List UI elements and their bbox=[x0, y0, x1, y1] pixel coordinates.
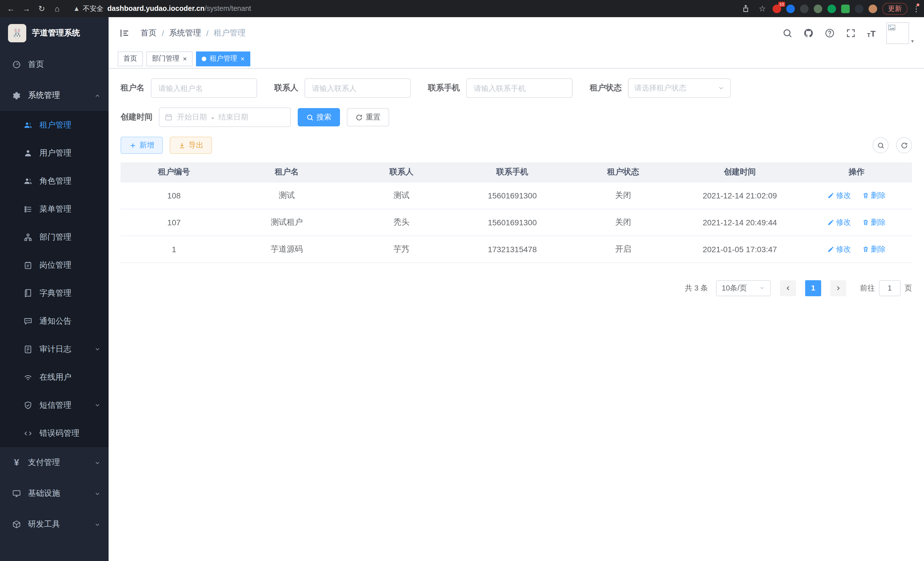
search-icon[interactable] bbox=[782, 28, 793, 38]
sidebar-item-pay[interactable]: ¥ 支付管理 bbox=[0, 447, 109, 478]
gear-icon bbox=[11, 91, 22, 100]
help-icon[interactable] bbox=[825, 28, 835, 38]
goto-page: 前往 页 bbox=[860, 280, 912, 296]
reset-button[interactable]: 重置 bbox=[347, 108, 389, 126]
share-icon[interactable] bbox=[742, 5, 752, 13]
dashboard-icon bbox=[11, 60, 22, 69]
tags-view-bar: 首页 部门管理 × 租户管理 × bbox=[109, 49, 924, 69]
cell-contact: 秃头 bbox=[346, 209, 457, 236]
sidebar-item-auditlog[interactable]: 审计日志 bbox=[0, 335, 109, 363]
browser-menu-icon[interactable]: ⋮ bbox=[913, 4, 918, 13]
extensions-puzzle-icon[interactable] bbox=[855, 4, 863, 13]
tab-dept[interactable]: 部门管理 × bbox=[146, 51, 193, 66]
extension-icon-4[interactable] bbox=[814, 4, 822, 13]
create-time-range-picker[interactable]: 开始日期 - 结束日期 bbox=[159, 108, 291, 127]
add-button[interactable]: 新增 bbox=[121, 137, 163, 154]
badge-icon bbox=[23, 260, 33, 270]
tab-home[interactable]: 首页 bbox=[118, 51, 143, 66]
close-icon[interactable]: × bbox=[241, 55, 244, 62]
edit-button[interactable]: 修改 bbox=[827, 244, 851, 254]
chevron-down-icon bbox=[94, 402, 100, 408]
extension-icon-2[interactable] bbox=[786, 4, 795, 13]
goto-page-input[interactable] bbox=[879, 280, 901, 296]
delete-button[interactable]: 删除 bbox=[862, 244, 886, 254]
sidebar-item-notice[interactable]: 通知公告 bbox=[0, 307, 109, 335]
logo-title: 芋道管理系统 bbox=[32, 28, 80, 38]
status-label: 租户状态 bbox=[590, 83, 622, 93]
refresh-table-icon[interactable] bbox=[896, 137, 912, 153]
sidebar-item-menu[interactable]: 菜单管理 bbox=[0, 195, 109, 223]
tenant-name-label: 租户名 bbox=[121, 83, 145, 93]
sidebar-item-dict[interactable]: 字典管理 bbox=[0, 279, 109, 307]
warning-icon: ▲︎ bbox=[73, 5, 80, 13]
security-warning[interactable]: ▲︎ 不安全 bbox=[73, 4, 104, 14]
edit-icon bbox=[827, 219, 834, 226]
edit-button[interactable]: 修改 bbox=[827, 190, 851, 200]
bookmark-star-icon[interactable]: ☆ bbox=[757, 0, 767, 17]
logo-image: 🐰 bbox=[8, 24, 26, 42]
browser-reload-icon[interactable]: ↻ bbox=[37, 0, 47, 17]
range-separator: - bbox=[212, 113, 214, 122]
extension-icon-6[interactable] bbox=[841, 4, 850, 13]
browser-forward-icon[interactable]: → bbox=[21, 0, 32, 17]
export-button[interactable]: 导出 bbox=[170, 137, 212, 154]
monitor-icon bbox=[11, 489, 22, 498]
logo-row[interactable]: 🐰 芋道管理系统 bbox=[0, 17, 109, 49]
extension-icon-3[interactable] bbox=[800, 4, 808, 13]
page-size-select[interactable]: 10条/页 bbox=[716, 280, 771, 296]
sidebar-item-errorcode[interactable]: 错误码管理 bbox=[0, 419, 109, 447]
prev-page-button[interactable] bbox=[780, 280, 796, 296]
browser-back-icon[interactable]: ← bbox=[6, 0, 16, 17]
app-root: 🐰 芋道管理系统 首页 系统管理 租户管理 bbox=[0, 17, 924, 561]
sidebar-item-system[interactable]: 系统管理 bbox=[0, 80, 109, 111]
user-avatar[interactable]: ▾ bbox=[886, 22, 914, 44]
font-size-icon[interactable]: TT bbox=[867, 28, 876, 38]
phone-input[interactable] bbox=[466, 78, 573, 98]
delete-button[interactable]: 删除 bbox=[862, 190, 886, 200]
update-notification-dot bbox=[916, 3, 920, 6]
sidebar-item-role[interactable]: 角色管理 bbox=[0, 167, 109, 195]
cell-tenant-name: 测试租户 bbox=[227, 209, 346, 236]
browser-update-button[interactable]: 更新 bbox=[882, 3, 908, 15]
tenant-status-select[interactable]: 请选择租户状态 bbox=[628, 78, 731, 98]
edit-button[interactable]: 修改 bbox=[827, 217, 851, 227]
sidebar-item-online[interactable]: 在线用户 bbox=[0, 363, 109, 391]
close-icon[interactable]: × bbox=[183, 55, 187, 62]
main-area: 首页 / 系统管理 / 租户管理 TT ▾ bbox=[109, 17, 924, 561]
breadcrumb-home[interactable]: 首页 bbox=[141, 28, 157, 38]
col-tenant-name: 租户名 bbox=[227, 162, 346, 182]
profile-avatar-icon[interactable] bbox=[868, 4, 877, 13]
browser-home-icon[interactable]: ⌂ bbox=[52, 0, 62, 17]
sidebar-item-infra[interactable]: 基础设施 bbox=[0, 478, 109, 509]
update-label: 更新 bbox=[888, 4, 902, 14]
col-phone: 联系手机 bbox=[457, 162, 568, 182]
next-page-button[interactable] bbox=[830, 280, 846, 296]
log-icon bbox=[23, 344, 33, 354]
table-row: 108 测试 测试 15601691300 关闭 2021-12-14 21:0… bbox=[121, 182, 912, 209]
tab-tenant[interactable]: 租户管理 × bbox=[196, 51, 250, 66]
sidebar-item-user[interactable]: 用户管理 bbox=[0, 139, 109, 167]
sidebar-item-home[interactable]: 首页 bbox=[0, 49, 109, 80]
delete-button[interactable]: 删除 bbox=[862, 217, 886, 227]
sidebar-item-sms[interactable]: 短信管理 bbox=[0, 391, 109, 419]
toggle-search-icon[interactable] bbox=[873, 137, 889, 153]
sidebar-item-post[interactable]: 岗位管理 bbox=[0, 251, 109, 279]
cell-actions: 修改 删除 bbox=[801, 182, 912, 209]
fullscreen-icon[interactable] bbox=[846, 28, 856, 38]
sidebar-item-dept[interactable]: 部门管理 bbox=[0, 223, 109, 251]
cell-created: 2021-12-14 21:02:09 bbox=[679, 182, 801, 209]
contact-input[interactable] bbox=[304, 78, 411, 98]
sidebar-item-devtools[interactable]: 研发工具 bbox=[0, 509, 109, 540]
extension-icon-1[interactable]: 10 bbox=[772, 4, 781, 13]
address-bar[interactable]: ▲︎ 不安全 dashboard.yudao.iocoder.cn/system… bbox=[68, 4, 736, 14]
breadcrumb-system[interactable]: 系统管理 bbox=[169, 28, 201, 38]
chevron-down-icon bbox=[94, 346, 100, 352]
extension-icon-5[interactable] bbox=[827, 4, 836, 13]
page-number-button[interactable]: 1 bbox=[805, 280, 821, 296]
cell-phone: 15601691300 bbox=[457, 209, 568, 236]
github-icon[interactable] bbox=[803, 28, 814, 38]
sidebar-item-tenant[interactable]: 租户管理 bbox=[0, 111, 109, 139]
collapse-sidebar-icon[interactable] bbox=[119, 27, 130, 39]
tenant-name-input[interactable] bbox=[151, 78, 257, 98]
search-button[interactable]: 搜索 bbox=[298, 108, 340, 126]
